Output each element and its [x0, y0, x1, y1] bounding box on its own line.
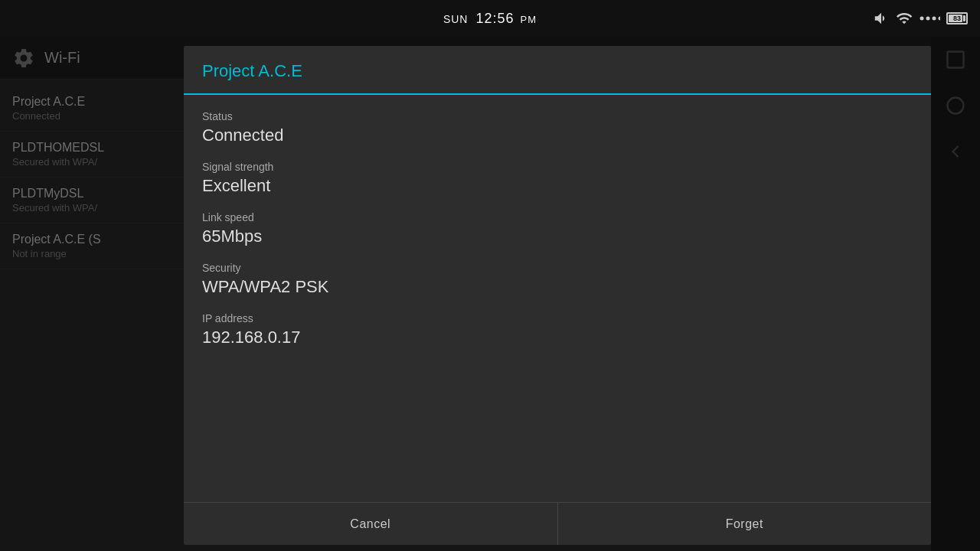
svg-point-2 — [933, 17, 936, 21]
status-day: SUN — [443, 13, 469, 25]
security-row: Security WPA/WPA2 PSK — [202, 262, 913, 297]
signal-value: Excellent — [202, 176, 913, 196]
network-detail-dialog: Project A.C.E Status Connected Signal st… — [184, 46, 931, 545]
wifi-status-icon — [896, 10, 913, 27]
link-speed-value: 65Mbps — [202, 227, 913, 246]
security-value: WPA/WPA2 PSK — [202, 277, 913, 297]
cancel-button[interactable]: Cancel — [184, 503, 557, 545]
dialog-content: Status Connected Signal strength Excelle… — [184, 95, 931, 502]
forget-button[interactable]: Forget — [558, 503, 932, 545]
dialog-title-bar: Project A.C.E — [184, 46, 931, 93]
status-icons: 83 — [873, 10, 968, 27]
status-value: Connected — [202, 126, 913, 145]
status-row: Status Connected — [202, 110, 913, 145]
signal-row: Signal strength Excellent — [202, 161, 913, 196]
ip-row: IP address 192.168.0.17 — [202, 312, 913, 347]
status-time: SUN 12:56 PM — [443, 11, 537, 27]
status-ampm: PM — [521, 14, 537, 25]
signal-label: Signal strength — [202, 161, 913, 173]
status-bar: SUN 12:56 PM 83 — [0, 0, 980, 37]
security-label: Security — [202, 262, 913, 274]
dialog-actions: Cancel Forget — [184, 502, 931, 545]
link-speed-label: Link speed — [202, 211, 913, 223]
status-label: Status — [202, 110, 913, 122]
ip-label: IP address — [202, 312, 913, 324]
status-hour-minute: 12:56 — [476, 11, 514, 26]
svg-point-3 — [939, 17, 941, 21]
overflow-icon — [919, 12, 940, 24]
battery-icon: 83 — [946, 12, 968, 24]
dialog-title: Project A.C.E — [202, 61, 913, 93]
link-speed-row: Link speed 65Mbps — [202, 211, 913, 246]
ip-value: 192.168.0.17 — [202, 328, 913, 347]
svg-point-0 — [920, 17, 924, 21]
svg-point-1 — [926, 17, 930, 21]
speaker-icon — [873, 10, 890, 27]
